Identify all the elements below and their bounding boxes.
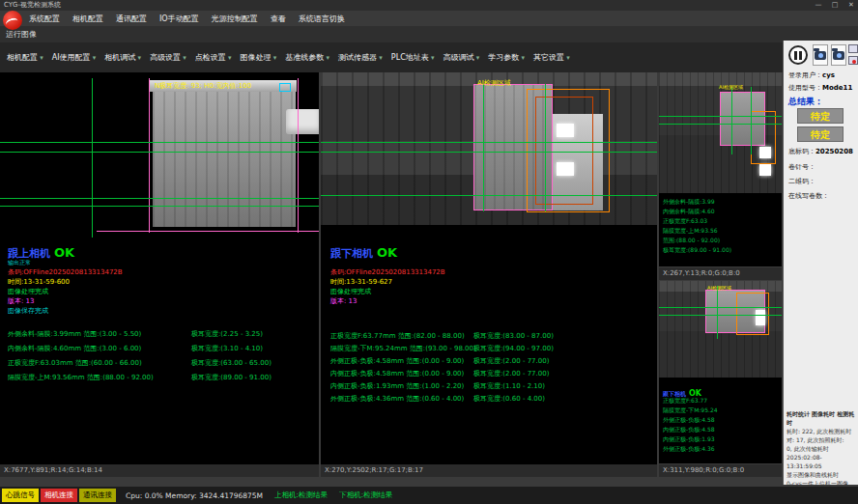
- minimize-icon[interactable]: [814, 0, 823, 11]
- measure-line: [0, 142, 319, 143]
- window-controls: [814, 0, 856, 11]
- upper-camera-button[interactable]: [813, 44, 828, 66]
- login-user-label: 登录用户：: [788, 71, 822, 79]
- menu-io-manual[interactable]: IO手动配置: [159, 14, 199, 24]
- close-icon[interactable]: [846, 0, 856, 11]
- thumb-text: 隔膜宽度-上M:93.56: [663, 227, 718, 236]
- tab-learning-params[interactable]: 学习参数: [488, 52, 525, 63]
- model-value[interactable]: Mode11: [822, 84, 852, 92]
- thumb-text: 正极宽度F:63.77: [663, 397, 707, 406]
- record-icon[interactable]: [848, 56, 858, 65]
- stats-line: 显示图像和曲线耗时: [786, 470, 857, 479]
- status-bar: 心跳信号 相机连接 通讯连接 Cpu: 0.0% Memory: 3424.41…: [0, 487, 858, 504]
- menu-language-switch[interactable]: 系统语言切换: [299, 14, 345, 24]
- camera-icon: [833, 51, 844, 60]
- product-region: [153, 92, 296, 227]
- tab-image-processing[interactable]: 图像处理: [241, 52, 277, 63]
- measure-line: [731, 87, 732, 154]
- thumb-text: 内侧余料-隔膜:4.60: [663, 208, 715, 216]
- measurement-text: 极耳宽度:(63.00 - 65.00): [191, 358, 272, 368]
- measure-line: [545, 84, 546, 211]
- lower-camera-coords: X:270,Y:2502;R:17;G:17;B:17: [321, 464, 657, 477]
- roi-line: [149, 78, 150, 233]
- thumb-text: 范围:(88.00 - 92.00): [663, 237, 720, 245]
- thumbnail-lower-camera[interactable]: AI检测区域 跟下相机OK 正极宽度F:63.77 隔膜宽度-下M:95.24 …: [659, 281, 782, 463]
- roi-label: AI检测区域: [477, 78, 511, 88]
- stats-line: 耗时: 222, 此次检测耗时: [786, 427, 857, 435]
- measurement-text: 极耳宽度:(3.10 - 4.10): [191, 344, 263, 353]
- tab-test-sensor[interactable]: 测试传感器: [338, 52, 383, 63]
- measurement-text: 极耳宽度:(0.60 - 4.00): [473, 394, 545, 404]
- roi-line: [298, 78, 299, 233]
- run-image-label: 运行图像: [0, 26, 858, 42]
- measurement-text: 极耳宽度:(1.10 - 2.10): [473, 381, 545, 391]
- stats-line: 0, 此次传输耗时: [786, 444, 857, 453]
- process-status-text: 图像处理完成: [8, 287, 48, 296]
- thumb-text: 内侧正极-负极:4.58: [663, 426, 715, 434]
- version-text: 版本: 13: [8, 296, 35, 306]
- result-box-lower: 待定: [797, 126, 844, 142]
- tab-ai-config[interactable]: AI使用配置: [52, 52, 97, 63]
- measure-line: [0, 198, 319, 199]
- menu-comm-config[interactable]: 通讯配置: [116, 14, 147, 24]
- tab-advanced-debug[interactable]: 高级调试: [443, 52, 479, 63]
- menu-light-control[interactable]: 光源控制配置: [212, 14, 258, 24]
- lower-result-text: 下相机:检测结果: [339, 490, 392, 500]
- snapshot-icon[interactable]: [848, 44, 858, 53]
- result-header: 跟下相机OK: [330, 242, 397, 261]
- menu-camera-config[interactable]: 相机配置: [72, 14, 103, 24]
- barcode-text: 条码:OFFline2025020813313472B: [330, 267, 445, 277]
- pause-button[interactable]: [788, 45, 808, 65]
- connector-part: [286, 109, 319, 134]
- thumbnail-upper-camera[interactable]: AI检测区域 外侧余料-隔膜:3.99 内侧余料-隔膜:4.60 正极宽度F:6…: [659, 72, 782, 266]
- measurement-row: 隔膜宽度-上M:93.56mm 范围:(88.00 - 92.00) 极耳宽度:…: [0, 373, 319, 384]
- measurement-text: 外侧余料-隔膜:3.99mm 范围:(3.00 - 5.50): [8, 329, 141, 339]
- bottom-code-value: 20250208: [815, 148, 853, 155]
- qr-code-label: 二维码：: [788, 177, 815, 186]
- tab-other-settings[interactable]: 其它设置: [533, 52, 570, 63]
- camera-name-label: 跟下相机: [330, 247, 373, 260]
- time-text: 时间:13-31-59-600: [8, 277, 70, 287]
- measure-line: [717, 286, 718, 339]
- comm-link-status-badge: 通讯连接: [79, 489, 116, 502]
- toolbar: 相机配置 AI使用配置 相机调试 高级设置 点检设置 图像处理 基准线参数 测试…: [0, 42, 783, 72]
- menu-system-config[interactable]: 系统配置: [29, 14, 60, 24]
- bottom-code-label: 底标码：: [788, 148, 815, 155]
- measurement-text: 隔膜宽度-下M:95.24mm 范围:(93.00 - 98.00): [330, 344, 476, 353]
- thumb-text: 外侧正极-负极:4.36: [663, 445, 715, 454]
- result-box-upper: 待定: [797, 108, 844, 124]
- roi-rect: [736, 293, 769, 335]
- measure-line: [659, 307, 782, 308]
- measurement-text: 正极宽度F:63.03mm 范围:(60.00 - 66.00): [8, 358, 142, 368]
- camera-name-label: 跟下相机: [663, 390, 686, 397]
- upper-camera-view[interactable]: N极耳宽度: 93; H0:宽内值:100 跟上相机OK 输出正常 条码:OFF…: [0, 72, 319, 464]
- maximize-icon[interactable]: [830, 0, 840, 11]
- roi-label: AI检测区域: [719, 84, 743, 90]
- thumb-text: 极耳宽度:(89.00 - 91.00): [663, 246, 731, 255]
- tab-plc-address[interactable]: PLC地址表: [391, 52, 435, 63]
- tab-camera-config[interactable]: 相机配置: [7, 52, 43, 63]
- measurement-text: 正极宽度F:63.77mm 范围:(82.00 - 88.00): [330, 331, 465, 341]
- roi-label: N极耳宽度: 93; H0:宽内值:100: [155, 81, 251, 91]
- bottom-code-row: 底标码：20250208: [788, 147, 853, 156]
- roi-rect: [751, 111, 776, 164]
- roi-label: AI检测区域: [707, 285, 731, 291]
- upper-result-text: 上相机:检测结果: [274, 490, 328, 500]
- menu-view[interactable]: 查看: [271, 14, 286, 24]
- tab-camera-debug[interactable]: 相机调试: [104, 52, 141, 63]
- barcode-text: 条码:OFFline2025020813313472B: [8, 267, 123, 277]
- tab-advanced-settings[interactable]: 高级设置: [150, 52, 186, 63]
- tab-baseline-params[interactable]: 基准线参数: [285, 52, 329, 63]
- lower-camera-button[interactable]: [831, 44, 846, 66]
- measure-line: [751, 87, 752, 154]
- login-user-value: cys: [822, 71, 835, 79]
- measurement-text: 极耳宽度:(2.00 - 77.00): [473, 369, 549, 378]
- stats-header: 耗时统计 图像耗时 检测耗时: [786, 409, 857, 427]
- thumb-text: 内侧正极-负极:1.93: [663, 435, 715, 444]
- total-result-label: 总结果：: [788, 96, 823, 108]
- measurement-row: 外侧正极-负极:4.58mm 范围:(0.00 - 9.00) 极耳宽度:(2.…: [321, 356, 657, 368]
- tab-spot-check[interactable]: 点检设置: [195, 52, 232, 63]
- cpu-memory-text: Cpu: 0.0% Memory: 3424.41796875M: [126, 491, 263, 500]
- lower-camera-view[interactable]: AI检测区域 跟下相机OK 条码:OFFline2025020813313472…: [321, 72, 657, 464]
- thumb-text: 正极宽度F:63.03: [663, 217, 707, 226]
